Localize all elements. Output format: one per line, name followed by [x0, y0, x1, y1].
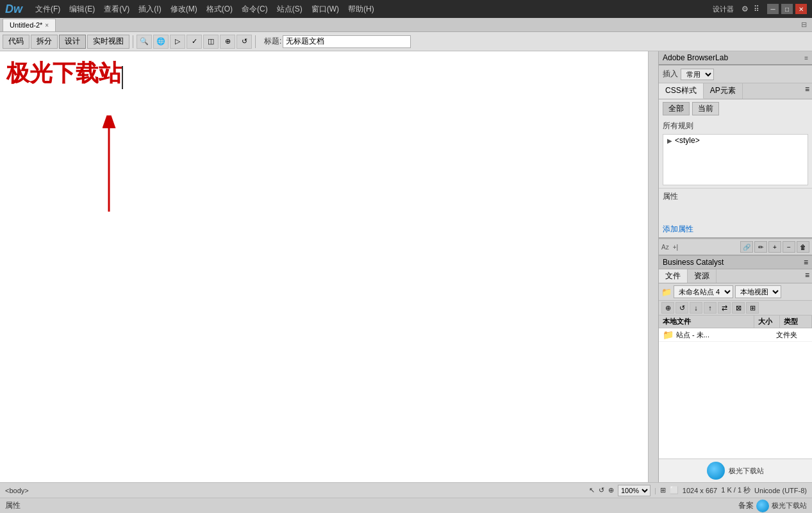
tab-bar-right: ⊟ [801, 21, 809, 29]
menu-view[interactable]: 查看(V) [100, 3, 133, 16]
debug-icon[interactable]: ▷ [170, 35, 185, 49]
tab-ap-elements[interactable]: AP元素 [704, 83, 743, 99]
file-action-buttons: ⊕ ↺ ↓ ↑ ⇄ ⊠ ⊞ [659, 301, 812, 315]
sync-icon[interactable]: ⊞ [746, 302, 759, 314]
file-row-site[interactable]: 📁 站点 - 未... 文件夹 [659, 328, 812, 342]
file-name-label: 站点 - 未... [676, 330, 709, 340]
dimensions-label: 1024 x 667 [683, 487, 717, 494]
menu-modify[interactable]: 修改(M) [167, 3, 201, 16]
col-local-files: 本地文件 [659, 315, 754, 328]
editor-area[interactable]: 极光下载站 [0, 51, 658, 482]
text-cursor [122, 66, 123, 89]
tab-files[interactable]: 文件 [659, 269, 688, 283]
icon-settings: ⚙ [742, 4, 749, 13]
title-label: 标题: [264, 36, 281, 47]
separator-1 [133, 35, 133, 48]
tab-label: Untitled-2* [10, 21, 42, 29]
refresh-files-icon[interactable]: ↺ [675, 302, 688, 314]
folder-icon: 📁 [663, 330, 674, 340]
view-selector[interactable]: 本地视图 [735, 285, 781, 298]
insert-panel: 插入 常用 [659, 65, 812, 83]
new-css-icon[interactable]: + [768, 241, 781, 253]
menu-window[interactable]: 窗口(W) [308, 3, 343, 16]
encoding-label: Unicode (UTF-8) [754, 487, 807, 494]
link-icon[interactable]: 🔗 [740, 241, 753, 253]
filter-current-button[interactable]: 当前 [692, 102, 719, 115]
file-name-cell: 📁 站点 - 未... [663, 330, 750, 340]
vertical-scrollbar[interactable] [648, 51, 658, 482]
properties-label: 属性 [663, 191, 808, 202]
maximize-button[interactable]: □ [781, 4, 793, 14]
refresh-icon[interactable]: ↺ [236, 35, 252, 49]
connect-icon[interactable]: ⊕ [661, 302, 674, 314]
menu-format[interactable]: 格式(O) [203, 3, 236, 16]
rule-item-style[interactable]: ▶ <style> [663, 135, 808, 146]
menu-insert[interactable]: 插入(I) [135, 3, 165, 16]
tab-untitled[interactable]: Untitled-2* × [3, 19, 56, 31]
filter-all-button[interactable]: 全部 [663, 102, 690, 115]
file-list-header: 本地文件 大小 类型 [659, 315, 812, 328]
zoom-selector[interactable]: 100% [618, 485, 650, 496]
filter-buttons: 全部 当前 [659, 99, 812, 118]
browserlab-panel-header: Adobe BrowserLab ≡ [659, 51, 812, 65]
close-button[interactable]: ✕ [795, 4, 807, 14]
file-panel-menu-icon[interactable]: ≡ [802, 269, 812, 283]
refresh-status-icon[interactable]: ↺ [599, 486, 604, 494]
edit-icon[interactable]: ✏ [754, 241, 767, 253]
menu-bar: 文件(F) 编辑(E) 查看(V) 插入(I) 修改(M) 格式(O) 命令(C… [31, 3, 378, 16]
zoom-tool-icon[interactable]: ⊕ [608, 486, 614, 494]
live-view-button[interactable]: 实时视图 [87, 35, 129, 49]
design-view-button[interactable]: 设计 [59, 35, 86, 49]
menu-help[interactable]: 帮助(H) [344, 3, 378, 16]
bc-collapse-icon[interactable]: ≡ [804, 258, 808, 267]
business-catalyst-header: Business Catalyst ≡ [659, 255, 812, 269]
inspect-icon[interactable]: 🔍 [137, 35, 152, 49]
split-view-button[interactable]: 拆分 [31, 35, 58, 49]
title-bar-controls: 设计器 ⚙ ⠿ ─ □ ✕ [713, 4, 807, 14]
add-property-link[interactable]: 添加属性 [663, 224, 693, 233]
tab-bar: Untitled-2* × ⊟ [0, 18, 812, 32]
plus-icon: +| [673, 244, 678, 251]
title-bar-left: Dw 文件(F) 编辑(E) 查看(V) 插入(I) 修改(M) 格式(O) 命… [5, 3, 378, 16]
browser-preview-icon[interactable]: 🌐 [153, 35, 169, 49]
code-view-button[interactable]: 代码 [3, 35, 29, 49]
site-selector[interactable]: 未命名站点 4 [674, 285, 733, 298]
check-browser-icon[interactable]: ◫ [203, 35, 219, 49]
toolbar: 代码 拆分 设计 实时视图 🔍 🌐 ▷ ✓ ◫ ⊕ ↺ 标题: [0, 32, 812, 51]
insert-label: 插入 [663, 69, 678, 80]
menu-command[interactable]: 命令(C) [238, 3, 272, 16]
file-toolbar: 📁 未命名站点 4 本地视图 [659, 283, 812, 301]
separator-2 [255, 35, 256, 48]
bottom-watermark-text: 极光下载站 [772, 501, 807, 510]
delete-css-icon[interactable]: − [783, 241, 795, 253]
view-mode-icon: ⊞ [660, 486, 666, 494]
zoom-icon[interactable]: ⊕ [220, 35, 235, 49]
browserlab-collapse-icon[interactable]: ≡ [804, 55, 808, 62]
page-title-input[interactable] [283, 35, 411, 48]
status-right: ↖ ↺ ⊕ 100% | ⊞ ⬜ 1024 x 667 1 K / 1 秒 Un… [589, 485, 807, 496]
tab-resources[interactable]: 资源 [688, 269, 717, 283]
check-in-icon[interactable]: ⊠ [732, 302, 745, 314]
insert-dropdown[interactable]: 常用 [681, 69, 714, 80]
rule-style-label: <style> [675, 136, 700, 145]
menu-site[interactable]: 站点(S) [273, 3, 306, 16]
business-catalyst-title: Business Catalyst [663, 258, 724, 267]
validate-icon[interactable]: ✓ [186, 35, 202, 49]
css-panel-menu-icon[interactable]: ≡ [802, 83, 812, 99]
menu-edit[interactable]: 编辑(E) [65, 3, 99, 16]
tab-close-button[interactable]: × [45, 22, 49, 29]
properties-bar: 属性 备案 极光下载站 [0, 498, 812, 513]
put-icon[interactable]: ↑ [704, 302, 717, 314]
get-icon[interactable]: ↓ [690, 302, 702, 314]
minimize-button[interactable]: ─ [767, 4, 779, 14]
tab-css-styles[interactable]: CSS样式 [659, 83, 704, 99]
dw-logo: Dw [5, 3, 22, 16]
editor-content: 极光下载站 [0, 51, 658, 96]
menu-file[interactable]: 文件(F) [31, 3, 64, 16]
file-size-label: 1 K / 1 秒 [721, 485, 750, 495]
folder-small-icon: 📁 [661, 287, 672, 297]
check-out-icon[interactable]: ⇄ [718, 302, 731, 314]
watermark-panel: 极光下载站 [659, 458, 812, 482]
trash-css-icon[interactable]: 🗑 [797, 241, 809, 253]
cursor-tool-icon[interactable]: ↖ [589, 486, 595, 494]
